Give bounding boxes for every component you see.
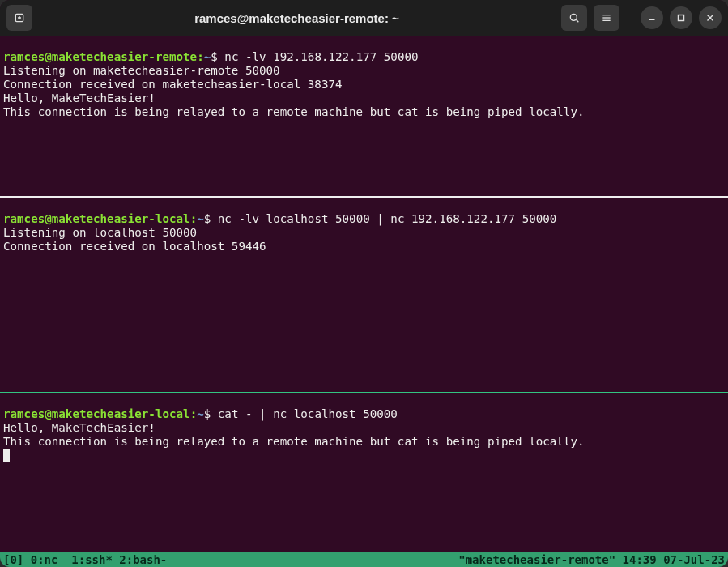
output-line: Connection received on localhost 59446 — [3, 240, 266, 253]
tmux-pane-bottom[interactable]: ramces@maketecheasier-local:~$ cat - | n… — [0, 393, 728, 552]
tmux-pane-middle[interactable]: ramces@maketecheasier-local:~$ nc -lv lo… — [0, 198, 728, 393]
maximize-button[interactable] — [670, 6, 692, 29]
output-line: This connection is being relayed to a re… — [3, 105, 585, 118]
command-text: nc -lv 192.168.122.177 50000 — [224, 50, 418, 63]
menu-button[interactable] — [594, 5, 619, 31]
svg-point-3 — [570, 14, 577, 20]
output-line: Listening on maketecheasier-remote 50000 — [3, 64, 280, 77]
prompt-user: ramces@maketecheasier-remote — [3, 50, 197, 63]
terminal-area[interactable]: ramces@maketecheasier-remote:~$ nc -lv 1… — [0, 36, 728, 552]
svg-rect-9 — [679, 15, 684, 21]
output-line: Listening on localhost 50000 — [3, 226, 197, 239]
prompt-path: ~ — [197, 407, 204, 420]
prompt-path: ~ — [204, 50, 211, 63]
svg-line-4 — [576, 19, 578, 22]
output-line: Hello, MakeTechEasier! — [3, 92, 155, 104]
output-line: Hello, MakeTechEasier! — [3, 421, 155, 434]
command-text: nc -lv localhost 50000 | nc 192.168.122.… — [218, 212, 557, 225]
command-text: cat - | nc localhost 50000 — [218, 407, 398, 420]
prompt-path: ~ — [197, 212, 204, 225]
prompt-user: ramces@maketecheasier-local — [3, 212, 190, 225]
close-button[interactable] — [699, 6, 722, 29]
new-tab-button[interactable] — [6, 5, 32, 31]
search-button[interactable] — [561, 5, 587, 31]
minimize-button[interactable] — [641, 6, 663, 29]
cursor — [3, 449, 10, 462]
output-line: Connection received on maketecheasier-lo… — [3, 78, 343, 91]
window-title: ramces@maketecheasier-remote: ~ — [39, 11, 555, 25]
tmux-statusbar: [0] 0:nc 1:ssh* 2:bash- "maketecheasier-… — [0, 552, 728, 567]
output-line: This connection is being relayed to a re… — [3, 435, 585, 448]
titlebar: ramces@maketecheasier-remote: ~ — [0, 0, 728, 36]
status-left: [0] 0:nc 1:ssh* 2:bash- — [3, 552, 167, 567]
prompt-user: ramces@maketecheasier-local — [3, 407, 190, 420]
terminal-window: ramces@maketecheasier-remote: ~ ramces@m… — [0, 0, 728, 567]
tmux-pane-top[interactable]: ramces@maketecheasier-remote:~$ nc -lv 1… — [0, 36, 728, 198]
status-right: "maketecheasier-remote" 14:39 07-Jul-23 — [458, 552, 725, 567]
